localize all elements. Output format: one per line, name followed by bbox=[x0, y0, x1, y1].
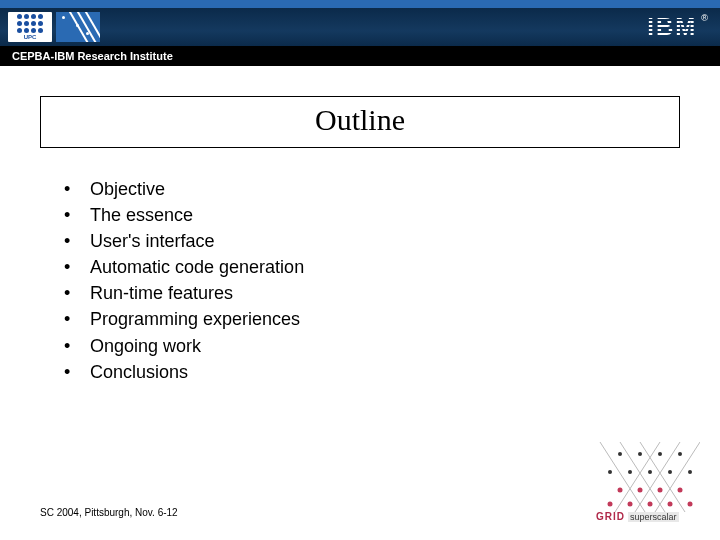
title-box: Outline bbox=[40, 96, 680, 148]
page-title: Outline bbox=[315, 103, 405, 136]
list-item: •Automatic code generation bbox=[64, 254, 720, 280]
bullet-text: Conclusions bbox=[90, 359, 188, 385]
svg-line-5 bbox=[655, 442, 700, 512]
grid-label: GRID bbox=[596, 511, 625, 522]
list-item: •Conclusions bbox=[64, 359, 720, 385]
svg-point-17 bbox=[658, 488, 663, 493]
header-stripe bbox=[0, 0, 720, 8]
bullet-text: Ongoing work bbox=[90, 333, 201, 359]
list-item: •Run-time features bbox=[64, 280, 720, 306]
bullet-text: The essence bbox=[90, 202, 193, 228]
svg-point-12 bbox=[648, 470, 652, 474]
cepba-logo bbox=[56, 12, 100, 42]
svg-point-20 bbox=[628, 502, 633, 507]
svg-point-6 bbox=[618, 452, 622, 456]
list-item: •Ongoing work bbox=[64, 333, 720, 359]
bullet-text: Automatic code generation bbox=[90, 254, 304, 280]
svg-point-8 bbox=[658, 452, 662, 456]
svg-line-2 bbox=[640, 442, 685, 512]
header-main: UPC IBM® bbox=[0, 8, 720, 46]
footer-text: SC 2004, Pittsburgh, Nov. 6-12 bbox=[40, 507, 178, 518]
bullet-text: Programming experiences bbox=[90, 306, 300, 332]
svg-point-23 bbox=[688, 502, 693, 507]
svg-line-1 bbox=[620, 442, 665, 512]
institute-bar: CEPBA-IBM Research Institute bbox=[0, 46, 720, 66]
svg-point-14 bbox=[688, 470, 692, 474]
upc-logo: UPC bbox=[8, 12, 52, 42]
registered-mark: ® bbox=[701, 13, 708, 23]
bullet-list: •Objective •The essence •User's interfac… bbox=[64, 176, 720, 385]
svg-line-3 bbox=[615, 442, 660, 512]
svg-point-19 bbox=[608, 502, 613, 507]
svg-point-22 bbox=[668, 502, 673, 507]
logos-left: UPC bbox=[8, 12, 100, 42]
svg-point-15 bbox=[618, 488, 623, 493]
bullet-text: Run-time features bbox=[90, 280, 233, 306]
list-item: •Programming experiences bbox=[64, 306, 720, 332]
svg-point-16 bbox=[638, 488, 643, 493]
list-item: •The essence bbox=[64, 202, 720, 228]
slide: UPC IBM® CEPBA-IBM Research Institute Ou… bbox=[0, 0, 720, 540]
upc-label: UPC bbox=[24, 34, 37, 40]
svg-point-21 bbox=[648, 502, 653, 507]
svg-point-11 bbox=[628, 470, 632, 474]
ibm-logo: IBM® bbox=[647, 13, 708, 41]
svg-point-18 bbox=[678, 488, 683, 493]
list-item: •Objective bbox=[64, 176, 720, 202]
institute-label: CEPBA-IBM Research Institute bbox=[12, 50, 173, 62]
svg-point-10 bbox=[608, 470, 612, 474]
list-item: •User's interface bbox=[64, 228, 720, 254]
bullet-text: User's interface bbox=[90, 228, 214, 254]
ibm-text: IBM bbox=[647, 13, 697, 40]
superscalar-label: superscalar bbox=[628, 512, 679, 522]
svg-point-13 bbox=[668, 470, 672, 474]
svg-line-0 bbox=[600, 442, 645, 512]
svg-line-4 bbox=[635, 442, 680, 512]
svg-point-9 bbox=[678, 452, 682, 456]
svg-point-7 bbox=[638, 452, 642, 456]
grid-superscalar-logo: GRID superscalar bbox=[590, 442, 700, 526]
bullet-text: Objective bbox=[90, 176, 165, 202]
